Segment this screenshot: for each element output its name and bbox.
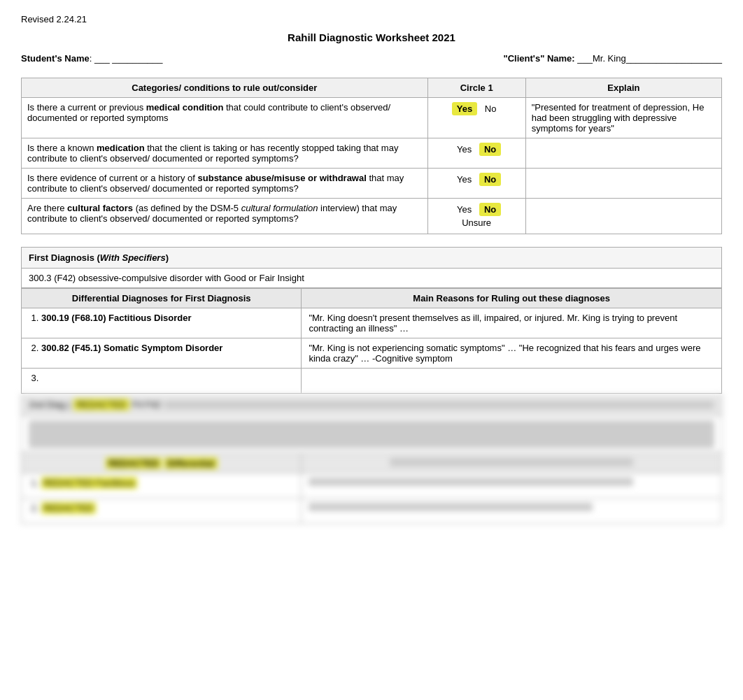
yes-plain-substance: Yes bbox=[452, 173, 476, 186]
no-plain-medical: No bbox=[480, 102, 502, 115]
table-row: Is there a known medication that the cli… bbox=[22, 138, 722, 169]
first-diagnosis-section: First Diagnosis (With Specifiers) 300.3 … bbox=[21, 247, 722, 288]
table-row: Is there a current or previous medical c… bbox=[22, 98, 722, 138]
client-label: "Client's" Name: bbox=[504, 53, 575, 64]
yes-highlighted-medical: Yes bbox=[452, 102, 477, 115]
no-highlighted-medication: No bbox=[479, 143, 501, 156]
circle-cell-substance: Yes No bbox=[427, 169, 525, 199]
conditions-table: Categories/ conditions to rule out/consi… bbox=[21, 78, 722, 234]
list-item bbox=[41, 373, 294, 383]
table-row bbox=[22, 369, 722, 394]
yes-plain-medication: Yes bbox=[452, 143, 476, 156]
list-item: 300.19 (F68.10) Factitious Disorder bbox=[41, 313, 294, 323]
blurred-header-2a: 2nd Diag ( bbox=[29, 399, 71, 410]
no-highlighted-cultural: No bbox=[479, 203, 501, 216]
student-label: Student's Name bbox=[21, 53, 90, 64]
condition-text-medication: Is there a known medication that the cli… bbox=[22, 138, 428, 169]
diff-reason-1: "Mr. King doesn't present themselves as … bbox=[302, 308, 722, 338]
blurred-diff-table-2: REDACTED Differential REDACTED Factitiou… bbox=[21, 453, 722, 524]
condition-text-cultural: Are there cultural factors (as defined b… bbox=[22, 199, 428, 234]
unsure-plain-cultural: Unsure bbox=[457, 216, 496, 229]
italic-cultural-formulation: cultural formulation bbox=[241, 203, 318, 213]
no-highlighted-substance: No bbox=[479, 173, 501, 186]
table-row: Are there cultural factors (as defined b… bbox=[22, 199, 722, 234]
diag-2-text: 300.82 (F45.1) Somatic Symptom Disorder bbox=[41, 343, 222, 353]
circle-cell-medical: Yes No bbox=[427, 98, 525, 138]
student-value: : ___ __________ bbox=[90, 53, 163, 64]
col-explain-header: Explain bbox=[525, 78, 721, 98]
blurred-header-2c: F4 F42 bbox=[132, 399, 161, 410]
circle-cell-medication: Yes No bbox=[427, 138, 525, 169]
blurred-header-rest bbox=[164, 401, 714, 409]
diff-diag-1: 300.19 (F68.10) Factitious Disorder bbox=[22, 308, 302, 338]
revised-label: Revised 2.24.21 bbox=[21, 14, 722, 24]
condition-text-medical: Is there a current or previous medical c… bbox=[22, 98, 428, 138]
diff-reason-3 bbox=[302, 369, 722, 394]
col-circle1-header: Circle 1 bbox=[427, 78, 525, 98]
diff-reason-2: "Mr. King is not experiencing somatic sy… bbox=[302, 338, 722, 369]
explain-medication bbox=[525, 138, 721, 169]
client-name-field: "Client's" Name: ___Mr. King____________… bbox=[504, 53, 722, 64]
table-row: 300.19 (F68.10) Factitious Disorder "Mr.… bbox=[22, 308, 722, 338]
with-specifiers-italic: With Specifiers bbox=[100, 252, 166, 263]
blurred-header-2b: REDACTED bbox=[73, 399, 129, 410]
list-item: 300.82 (F45.1) Somatic Symptom Disorder bbox=[41, 343, 294, 353]
bold-medication: medication bbox=[97, 143, 145, 153]
yes-plain-cultural: Yes bbox=[452, 203, 476, 216]
diff-diag-2: 300.82 (F45.1) Somatic Symptom Disorder bbox=[22, 338, 302, 369]
diff-col-diag-header: Differential Diagnoses for First Diagnos… bbox=[22, 289, 302, 308]
diff-header-row: Differential Diagnoses for First Diagnos… bbox=[22, 289, 722, 308]
first-diagnosis-header: First Diagnosis (With Specifiers) bbox=[22, 248, 721, 269]
blurred-section-2: 2nd Diag ( REDACTED F4 F42 bbox=[21, 394, 722, 453]
bold-cultural: cultural factors bbox=[67, 203, 133, 213]
table-row: Is there evidence of current or a histor… bbox=[22, 169, 722, 199]
table-row: 300.82 (F45.1) Somatic Symptom Disorder … bbox=[22, 338, 722, 369]
circle-cell-cultural: Yes No Unsure bbox=[427, 199, 525, 234]
diff-col-reasons-header: Main Reasons for Ruling out these diagno… bbox=[302, 289, 722, 308]
page-title: Rahill Diagnostic Worksheet 2021 bbox=[21, 31, 722, 43]
table-header-row: Categories/ conditions to rule out/consi… bbox=[22, 78, 722, 98]
differential-table: Differential Diagnoses for First Diagnos… bbox=[21, 288, 722, 394]
col-categories-header: Categories/ conditions to rule out/consi… bbox=[22, 78, 428, 98]
bold-substance: substance abuse/misuse or withdrawal bbox=[198, 173, 367, 183]
explain-substance bbox=[525, 169, 721, 199]
client-value: ___Mr. King___________________ bbox=[575, 53, 722, 64]
explain-cultural bbox=[525, 199, 721, 234]
diff-diag-3 bbox=[22, 369, 302, 394]
first-diagnosis-value: 300.3 (F42) obsessive-compulsive disorde… bbox=[22, 269, 721, 287]
bold-medical: medical condition bbox=[146, 102, 224, 113]
first-diag-label: First Diagnosis (With Specifiers) bbox=[29, 252, 169, 263]
names-row: Student's Name: ___ __________ "Client's… bbox=[21, 53, 722, 64]
condition-text-substance: Is there evidence of current or a histor… bbox=[22, 169, 428, 199]
diag-1-text: 300.19 (F68.10) Factitious Disorder bbox=[41, 313, 192, 323]
explain-medical: "Presented for treatment of depression, … bbox=[525, 98, 721, 138]
student-name-field: Student's Name: ___ __________ bbox=[21, 53, 163, 64]
